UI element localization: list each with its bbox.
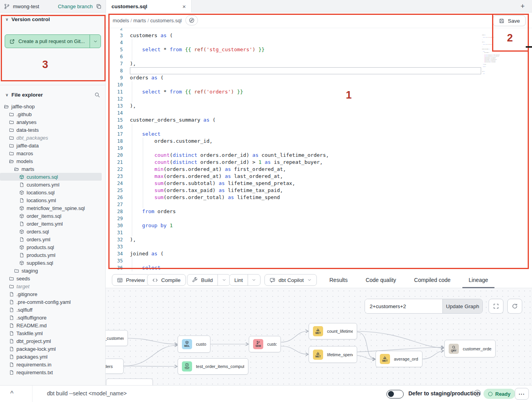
- lineage-node-stg-customers[interactable]: stg_customers: [106, 330, 128, 346]
- breadcrumb-item[interactable]: marts: [133, 18, 146, 23]
- code-line-16[interactable]: [130, 124, 481, 131]
- code-line-28[interactable]: from orders: [130, 208, 481, 215]
- refresh-graph-button[interactable]: [507, 299, 522, 314]
- more-options-button[interactable]: ···: [515, 388, 529, 400]
- file-tree-item-staging[interactable]: staging: [0, 267, 106, 275]
- code-line-10[interactable]: [482, 43, 514, 44]
- lineage-node-customer-order-metrics[interactable]: QRYcustomer_order_metrics: [444, 340, 496, 357]
- code-line-33[interactable]: [482, 70, 514, 71]
- code-line-7[interactable]: ),: [130, 60, 481, 67]
- breadcrumb-item[interactable]: customers.sql: [150, 18, 182, 23]
- build-button[interactable]: Build: [187, 274, 230, 286]
- code-line-29[interactable]: [130, 215, 481, 222]
- code-line-11[interactable]: select * from {{ ref('orders') }}: [482, 44, 514, 45]
- code-line-21[interactable]: count(distinct orders.order_id) > 1 as i…: [130, 159, 481, 166]
- code-line-2[interactable]: [130, 28, 481, 32]
- tab-compiled-code[interactable]: Compiled code: [412, 272, 453, 288]
- code-line-23[interactable]: max(orders.ordered_at) as last_ordered_a…: [130, 173, 481, 180]
- code-line-19[interactable]: [482, 53, 514, 54]
- code-line-36[interactable]: select: [130, 264, 481, 271]
- code-line-12[interactable]: [482, 45, 514, 46]
- copy-icon[interactable]: [96, 4, 102, 9]
- code-line-13[interactable]: ),: [482, 46, 514, 47]
- code-line-32[interactable]: ),: [130, 236, 481, 243]
- file-tree-item-dbt-packages[interactable]: dbt_packages: [0, 134, 106, 142]
- file-explorer-header[interactable]: ∨ File explorer: [0, 88, 106, 101]
- code-line-4[interactable]: [130, 39, 481, 46]
- tab-results[interactable]: Results: [327, 272, 350, 288]
- file-tree-item-jaffle-data[interactable]: jaffle-data: [0, 142, 106, 149]
- code-line-4[interactable]: [482, 36, 514, 37]
- code-line-25[interactable]: sum(orders.tax_paid) as lifetime_tax_pai…: [130, 187, 481, 194]
- code-line-35[interactable]: [130, 257, 481, 264]
- code-line-9[interactable]: orders as (: [482, 41, 514, 43]
- preview-button[interactable]: Preview: [112, 274, 150, 286]
- status-badge[interactable]: Ready: [483, 389, 515, 399]
- code-line-24[interactable]: sum(orders.subtotal) as lifetime_spend_p…: [482, 59, 514, 60]
- code-line-30[interactable]: group by 1: [130, 222, 481, 229]
- file-tree-item-order-items-yml[interactable]: order_items.yml: [0, 220, 106, 228]
- file-tree-item--sqlfluffignore[interactable]: .sqlfluffignore: [0, 314, 106, 321]
- file-tree-item-requirements-txt[interactable]: requirements.txt: [0, 368, 106, 376]
- code-line-6[interactable]: [482, 38, 514, 39]
- code-line-27[interactable]: [482, 63, 514, 64]
- lineage-node-count-lifetime-orders[interactable]: METcount_lifetime_orders: [309, 323, 357, 339]
- code-line-18[interactable]: orders.customer_id,: [482, 52, 514, 53]
- code-line-9[interactable]: orders as (: [130, 74, 481, 81]
- code-line-10[interactable]: [130, 81, 481, 88]
- code-line-24[interactable]: sum(orders.subtotal) as lifetime_spend_p…: [130, 180, 481, 187]
- file-tree-item-package-lock-yml[interactable]: package-lock.yml: [0, 345, 106, 353]
- code-line-17[interactable]: select: [482, 51, 514, 52]
- file-tree-item--gitignore[interactable]: .gitignore: [0, 290, 106, 298]
- defer-toggle[interactable]: [386, 390, 404, 398]
- lint-button[interactable]: Lint: [229, 274, 261, 286]
- update-graph-button[interactable]: Update Graph: [442, 299, 482, 313]
- minimap[interactable]: customers as ( select * from {{ ref('stg…: [482, 33, 516, 260]
- code-line-14[interactable]: [130, 109, 481, 117]
- lineage-node-customers[interactable]: MDLcustomers: [178, 336, 210, 353]
- save-button[interactable]: Save: [493, 15, 526, 26]
- dbt-copilot-button[interactable]: dbt Copilot: [264, 274, 317, 286]
- lineage-node-orders[interactable]: orders: [106, 359, 124, 374]
- file-tree-item-requirements-in[interactable]: requirements.in: [0, 361, 106, 368]
- file-tree-item-seeds[interactable]: seeds: [0, 275, 106, 282]
- code-line-25[interactable]: sum(orders.tax_paid) as lifetime_tax_pai…: [482, 60, 514, 61]
- code-line-21[interactable]: count(distinct orders.order_id) > 1 as i…: [482, 56, 514, 57]
- code-line-3[interactable]: customers as (: [482, 34, 514, 36]
- file-tree-item-taskfile-yml[interactable]: Taskfile.yml: [0, 329, 106, 337]
- code-line-26[interactable]: sum(orders.order_total) as lifetime_spen…: [482, 61, 514, 63]
- code-line-32[interactable]: ),: [482, 68, 514, 70]
- file-tree-item-locations-sql[interactable]: locations.sql: [0, 188, 106, 196]
- file-tree-item-data-tests[interactable]: data-tests: [0, 126, 106, 134]
- file-tree-item-packages-yml[interactable]: packages.yml: [0, 353, 106, 361]
- file-tree-item-metricflow-time-spine-sql[interactable]: metricflow_time_spine.sql: [0, 204, 106, 212]
- file-tree-item--github[interactable]: .github: [0, 110, 106, 118]
- file-tree-item-products-sql[interactable]: products.sql: [0, 243, 106, 251]
- command-bar-expand-button[interactable]: ^: [10, 389, 14, 396]
- code-line-7[interactable]: ),: [482, 39, 514, 40]
- change-branch-link[interactable]: Change branch: [58, 4, 93, 9]
- tab-lineage[interactable]: Lineage: [466, 272, 491, 288]
- file-tree-item-products-yml[interactable]: products.yml: [0, 251, 106, 259]
- lineage-node-average-order-value[interactable]: METaverage_order_value: [376, 351, 422, 367]
- file-tree-item-supplies-sql[interactable]: supplies.sql: [0, 259, 106, 267]
- code-line-33[interactable]: [130, 243, 481, 250]
- code-line-26[interactable]: sum(orders.order_total) as lifetime_spen…: [130, 194, 481, 201]
- file-tree-item-target[interactable]: target: [0, 282, 106, 290]
- close-icon[interactable]: ×: [182, 4, 186, 9]
- code-line-15[interactable]: customer_orders_summary as (: [130, 117, 481, 124]
- file-tree-item-macros[interactable]: macros: [0, 149, 106, 157]
- code-line-23[interactable]: max(orders.ordered_at) as last_ordered_a…: [482, 58, 514, 59]
- editor-tab-customers-sql[interactable]: customers.sql ×: [106, 0, 192, 13]
- code-line-34[interactable]: joined as (: [482, 71, 514, 72]
- code-line-22[interactable]: min(orders.ordered_at) as first_ordered_…: [130, 166, 481, 173]
- file-tree-item--pre-commit-config-yaml[interactable]: .pre-commit-config.yaml: [0, 298, 106, 306]
- file-tree-item-locations-yml[interactable]: locations.yml: [0, 196, 106, 204]
- docs-compass-button[interactable]: [185, 15, 198, 25]
- code-line-6[interactable]: [130, 53, 481, 60]
- new-tab-button[interactable]: +: [518, 2, 527, 11]
- search-icon[interactable]: [94, 92, 100, 98]
- code-line-34[interactable]: joined as (: [130, 250, 481, 257]
- file-tree-item--sqlfluff[interactable]: .sqlfluff: [0, 306, 106, 314]
- lineage-node-lifetime-spend-pretax[interactable]: METlifetime_spend_pretax: [309, 346, 357, 363]
